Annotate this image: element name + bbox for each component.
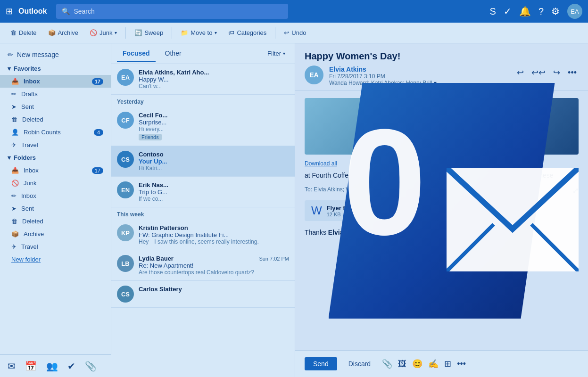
- inbox-icon: 📥: [11, 78, 19, 85]
- app-logo: Outlook: [18, 7, 47, 16]
- attachment-nav-icon[interactable]: 📎: [85, 361, 97, 372]
- search-box[interactable]: 🔍: [56, 4, 288, 19]
- sender-avatar: EA: [305, 66, 323, 84]
- toolbar: 🗑Delete 📦Archive 🚫Junk▾ 🔄Sweep 📁Move to▾…: [0, 23, 588, 43]
- search-input[interactable]: [74, 8, 282, 15]
- sweep-button[interactable]: 🔄Sweep: [130, 27, 168, 38]
- sidebar-item-archive[interactable]: 📦 Archive: [0, 228, 111, 240]
- download-all-link[interactable]: Download all: [305, 160, 579, 167]
- move-to-button[interactable]: 📁Move to▾: [176, 27, 222, 38]
- archive-button[interactable]: 📦Archive: [43, 27, 83, 38]
- date-separator: Yesterday: [111, 95, 295, 107]
- favorites-section[interactable]: ▾ Favorites: [0, 62, 111, 75]
- tasks-icon[interactable]: ✔: [67, 361, 75, 372]
- people-icon[interactable]: 👥: [46, 361, 58, 372]
- move-icon: 📁: [181, 29, 188, 36]
- image-insert-button[interactable]: 🖼: [398, 359, 406, 369]
- avatar[interactable]: EA: [567, 4, 582, 19]
- emoji-button[interactable]: 😊: [412, 359, 422, 369]
- email-detail: Happy Women's Day! EA Elvia Atkins Fri 7…: [295, 43, 588, 377]
- message-tag: Friends: [139, 134, 162, 140]
- email-image-1: [305, 98, 393, 155]
- list-item[interactable]: EN Erik Nas... Trip to G... If we co...: [111, 177, 295, 207]
- discard-button[interactable]: Discard: [343, 357, 376, 370]
- more-actions-button[interactable]: •••: [566, 66, 579, 80]
- send-button[interactable]: Send: [305, 357, 337, 370]
- mail-icon[interactable]: ✉: [8, 361, 16, 372]
- message-sender: Lydia Bauer: [139, 255, 174, 262]
- sidebar-item-travel[interactable]: ✈ Travel: [0, 139, 111, 151]
- folder-inbox-icon: 📥: [11, 167, 19, 174]
- folder-inbox-badge: 17: [92, 167, 103, 174]
- list-item[interactable]: EA Elvia Atkins, Katri Aho... Happy W...…: [111, 64, 295, 95]
- list-item[interactable]: CS Contoso Your Up... Hi Katri...: [111, 146, 295, 177]
- new-message-button[interactable]: ✏ New message: [0, 47, 111, 62]
- filter-button[interactable]: Filter ▾: [264, 48, 289, 59]
- settings-icon[interactable]: ⚙: [551, 6, 560, 17]
- reply-button[interactable]: ↩: [515, 66, 526, 80]
- undo-button[interactable]: ↩Undo: [279, 27, 311, 38]
- deleted-icon: 🗑: [11, 116, 17, 123]
- sidebar-item-junk[interactable]: 🚫 Junk: [0, 177, 111, 189]
- attachment-size: 4.2 MB: [433, 212, 510, 217]
- attachment-name: Flyer for WD2019.docx: [327, 205, 393, 212]
- message-sender: Carlos Slattery: [139, 286, 182, 293]
- sidebar-item-folders-deleted[interactable]: 🗑 Deleted: [0, 215, 111, 228]
- more-reply-options[interactable]: •••: [457, 359, 466, 369]
- help-icon[interactable]: ?: [538, 6, 544, 17]
- forward-button[interactable]: ↪: [551, 66, 562, 80]
- sidebar-item-sent[interactable]: ➤ Sent: [0, 100, 111, 113]
- checkmark-icon[interactable]: ✓: [504, 6, 512, 17]
- sidebar-item-folders-inbox2[interactable]: ✏ Inbox: [0, 189, 111, 202]
- sidebar-item-folders-sent[interactable]: ➤ Sent: [0, 202, 111, 215]
- message-preview: Hi Katri...: [139, 165, 289, 172]
- delete-button[interactable]: 🗑Delete: [6, 27, 41, 38]
- list-item[interactable]: CS Carlos Slattery: [111, 281, 295, 308]
- list-item[interactable]: KP Kristin Patterson FW: Graphic Design …: [111, 220, 295, 250]
- calendar-icon[interactable]: 📅: [25, 361, 37, 372]
- email-meta: EA Elvia Atkins Fri 7/28/2017 3:10 PM Wa…: [305, 66, 579, 86]
- attachment-size: 12 KB: [327, 212, 393, 217]
- reply-toolbar: Send Discard 📎 🖼 😊 ✍ ⊞ •••: [305, 354, 579, 373]
- word-icon: W: [311, 204, 322, 217]
- message-subject: Happy W...: [139, 76, 289, 83]
- layout-button[interactable]: ⊞: [444, 359, 451, 369]
- attach-button[interactable]: 📎: [382, 359, 392, 369]
- sender-name: Elvia Atkins: [329, 66, 509, 73]
- folders-section[interactable]: ▾ Folders: [0, 151, 111, 164]
- signature-button[interactable]: ✍: [428, 359, 439, 369]
- sidebar-item-drafts[interactable]: ✏ Drafts: [0, 88, 111, 100]
- reply-to-preview: To: Elvia Atkins; Wanda Howard; Katri Ah…: [305, 186, 579, 193]
- drafts-icon: ✏: [11, 90, 17, 98]
- ppt-icon: P: [421, 204, 428, 217]
- expand-reply-icon[interactable]: ⤢: [572, 186, 579, 195]
- tab-focused[interactable]: Focused: [117, 46, 156, 62]
- message-preview: If we co...: [139, 196, 289, 202]
- sidebar-item-deleted[interactable]: 🗑 Deleted: [0, 113, 111, 126]
- attachment-2[interactable]: P WD2019 Presentation.pptx 4.2 MB: [414, 200, 518, 221]
- attachment-1[interactable]: W Flyer for WD2019.docx 12 KB: [305, 200, 408, 221]
- attachments-area: W Flyer for WD2019.docx 12 KB P WD2019 P…: [305, 200, 579, 221]
- categories-icon: 🏷: [228, 29, 234, 36]
- tab-other[interactable]: Other: [159, 46, 187, 62]
- message-preview: Hey—I saw this online, seems really inte…: [139, 238, 289, 245]
- new-folder-link[interactable]: New folder: [0, 253, 111, 266]
- person-icon: 👤: [11, 129, 19, 136]
- categories-button[interactable]: 🏷Categories: [224, 27, 271, 38]
- delete-icon: 🗑: [10, 29, 17, 36]
- bell-icon[interactable]: 🔔: [519, 6, 531, 17]
- list-item[interactable]: LB Lydia Bauer Sun 7:02 PM Re: New Apart…: [111, 250, 295, 281]
- skype-icon[interactable]: S: [490, 6, 496, 17]
- junk-button[interactable]: 🚫Junk▾: [85, 27, 122, 38]
- sidebar-item-robin-counts[interactable]: 👤 Robin Counts 4: [0, 126, 111, 139]
- expand-recipients-icon[interactable]: ▾: [434, 80, 437, 86]
- sidebar-item-inbox-favorites[interactable]: 📥 Inbox 17: [0, 75, 111, 88]
- email-header: Happy Women's Day! EA Elvia Atkins Fri 7…: [295, 43, 588, 90]
- sidebar-item-folders-travel[interactable]: ✈ Travel: [0, 240, 111, 253]
- list-item[interactable]: CF Cecil Fo... Surprise... Hi every... F…: [111, 107, 295, 146]
- reply-all-button[interactable]: ↩↩: [530, 66, 547, 80]
- sidebar-item-folders-inbox[interactable]: 📥 Inbox 17: [0, 164, 111, 177]
- grid-icon[interactable]: ⊞: [6, 6, 13, 16]
- toolbar-separator-3: [275, 27, 275, 39]
- tab-bar: Focused Other Filter ▾: [111, 43, 295, 64]
